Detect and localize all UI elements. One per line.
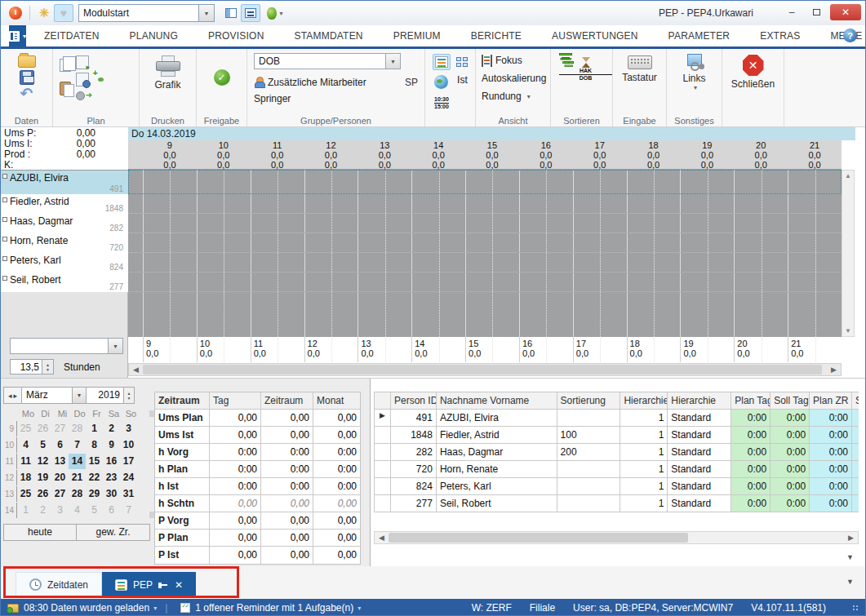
maximize-button[interactable] xyxy=(806,4,827,20)
scroll-right-icon[interactable]: ▶ xyxy=(827,366,841,374)
person-table-row[interactable]: ▶491AZUBI, Elvira1Standard0:000:000:00 xyxy=(375,410,859,427)
module-start-value[interactable]: Modulstart xyxy=(78,4,199,22)
open-folder-icon[interactable] xyxy=(18,55,36,68)
globe-view-button[interactable] xyxy=(432,73,451,91)
summary-row[interactable]: h Vorg0:000:000:00 xyxy=(155,444,360,461)
menu-tab-provision[interactable]: PROVISION xyxy=(208,30,264,42)
fokus-button[interactable]: Fokus xyxy=(482,54,550,67)
calendar-day[interactable]: 30 xyxy=(103,486,120,502)
summary-row[interactable]: h Schtn0,000,000,00 xyxy=(155,495,360,512)
process-plan-icon[interactable] xyxy=(76,90,91,101)
calendar-day[interactable]: 14 xyxy=(69,454,86,469)
menu-tab-parameter[interactable]: PARAMETER xyxy=(668,30,731,42)
person-table-scrollbar[interactable]: ◀ ▶ xyxy=(374,531,859,544)
calendar-day[interactable]: 26 xyxy=(34,421,51,437)
person-table-row[interactable]: 824Peters, Karl1Standard0:000:000:00 xyxy=(375,478,859,495)
checkbox-icon[interactable] xyxy=(2,217,7,222)
app-start-button[interactable] xyxy=(6,4,25,22)
scale-combobox[interactable]: ▼ xyxy=(10,338,123,354)
employee-row[interactable]: Haas, Dagmar282 xyxy=(1,214,128,233)
calendar-day[interactable]: 7 xyxy=(120,503,137,518)
calendar-day[interactable]: 17 xyxy=(120,454,137,469)
grafik-button[interactable]: Grafik xyxy=(154,79,180,91)
scrollbar-thumb[interactable] xyxy=(389,533,688,543)
calendar-day[interactable]: 7 xyxy=(69,437,86,453)
calendar-day[interactable]: 1 xyxy=(17,503,34,518)
chevron-down-icon[interactable]: ▼ xyxy=(386,53,401,69)
summary-row[interactable]: Ums Plan0,000,000,00 xyxy=(155,410,360,427)
scroll-left-icon[interactable]: ◀ xyxy=(129,366,143,374)
row-selector[interactable] xyxy=(375,495,391,512)
paste-icon[interactable] xyxy=(60,82,71,95)
calendar-day[interactable]: 2 xyxy=(34,503,51,518)
chevron-down-icon[interactable]: ▾ xyxy=(358,605,361,612)
year-field[interactable]: 2019 xyxy=(87,387,124,404)
calendar-day[interactable]: 28 xyxy=(69,421,86,437)
gantt-view-button[interactable] xyxy=(433,54,451,70)
pin-icon[interactable] xyxy=(158,581,169,589)
row-selector[interactable] xyxy=(375,461,391,477)
year-spinner-icon[interactable]: ▲▼ xyxy=(124,387,135,404)
calendar-day[interactable]: 26 xyxy=(34,486,51,502)
calendar-day[interactable]: 1 xyxy=(86,421,103,437)
export-plan-icon[interactable] xyxy=(76,55,89,69)
employee-row[interactable]: AZUBI, Elvira491 xyxy=(1,171,128,194)
calendar-day[interactable]: 2 xyxy=(103,421,120,437)
calendar-day[interactable]: 25 xyxy=(17,421,34,437)
calendar-day[interactable]: 22 xyxy=(86,470,103,485)
month-combobox[interactable]: März ▼ xyxy=(22,387,87,404)
summary-row[interactable]: h Ist0:000:000:00 xyxy=(155,478,360,495)
approve-check-icon[interactable]: ✓ xyxy=(214,69,230,86)
scroll-down-icon[interactable]: ▼ xyxy=(845,327,851,335)
calendar-day[interactable]: 25 xyxy=(17,486,34,502)
copy-icon[interactable] xyxy=(60,59,71,72)
reminder-message[interactable]: 1 offener Reminder mit 1 Aufgabe(n) xyxy=(195,602,353,614)
calendar-day[interactable]: 16 xyxy=(103,454,120,469)
checkbox-icon[interactable] xyxy=(2,256,7,261)
schedule-row[interactable] xyxy=(128,273,842,292)
calendar-prev-next-buttons[interactable]: ◂▸ xyxy=(3,387,22,404)
horizontal-scrollbar[interactable]: ◀ ▶ xyxy=(128,363,842,376)
row-selector[interactable] xyxy=(375,444,391,460)
group-combobox-value[interactable]: DOB xyxy=(254,53,386,69)
schliessen-button[interactable]: Schließen xyxy=(731,78,775,90)
calendar-day[interactable]: 12 xyxy=(34,454,51,469)
calendar-day[interactable]: 29 xyxy=(86,486,103,502)
schedule-grid[interactable] xyxy=(128,170,842,337)
tab-pep[interactable]: PEP ✕ xyxy=(102,572,196,597)
calendar-day[interactable]: 6 xyxy=(103,503,120,518)
printer-icon[interactable] xyxy=(156,55,180,77)
schedule-row[interactable] xyxy=(128,214,842,233)
application-menu-button[interactable]: ▾ xyxy=(9,25,26,47)
calendar-day[interactable]: 28 xyxy=(69,486,86,502)
calendar-day[interactable]: 31 xyxy=(120,486,137,502)
hourglass-icon[interactable] xyxy=(582,57,591,68)
tab-zeitdaten[interactable]: Zeitdaten xyxy=(16,572,102,597)
menu-tab-planung[interactable]: PLANUNG xyxy=(130,30,178,42)
debug-button[interactable]: ▾ xyxy=(265,4,285,22)
menu-tab-stammdaten[interactable]: STAMMDATEN xyxy=(295,30,363,42)
chevron-down-icon[interactable]: ▼ xyxy=(73,387,87,404)
close-module-icon[interactable]: ✕ xyxy=(743,55,764,76)
calendar-day[interactable]: 6 xyxy=(51,437,69,453)
calendar-day[interactable]: 27 xyxy=(51,421,69,437)
calendar-day[interactable]: 5 xyxy=(86,503,103,518)
checkbox-icon[interactable] xyxy=(2,197,7,202)
schedule-row[interactable] xyxy=(128,253,842,273)
calendar-day[interactable]: 10 xyxy=(120,437,137,453)
scroll-right-icon[interactable]: ▶ xyxy=(844,534,858,542)
group-combobox[interactable]: DOB ▼ xyxy=(254,53,418,69)
schedule-row[interactable] xyxy=(128,170,842,194)
undo-icon[interactable]: ↶ xyxy=(20,87,33,100)
calendar-day[interactable]: 8 xyxy=(86,437,103,453)
links-button[interactable]: Links xyxy=(682,73,705,84)
panel-dropdown-icon[interactable]: ▼ xyxy=(846,553,854,561)
month-value[interactable]: März xyxy=(22,387,73,404)
employee-row[interactable]: Fiedler, Astrid1848 xyxy=(1,194,128,214)
menu-tab-extras[interactable]: EXTRAS xyxy=(760,30,800,42)
spinner-arrows-icon[interactable]: ▲▼ xyxy=(42,359,54,374)
calendar-day[interactable]: 3 xyxy=(120,421,137,437)
schedule-row[interactable] xyxy=(128,194,842,214)
summary-row[interactable]: P Ist0,000,000,00 xyxy=(155,547,360,564)
calendar-day[interactable]: 18 xyxy=(17,470,34,485)
